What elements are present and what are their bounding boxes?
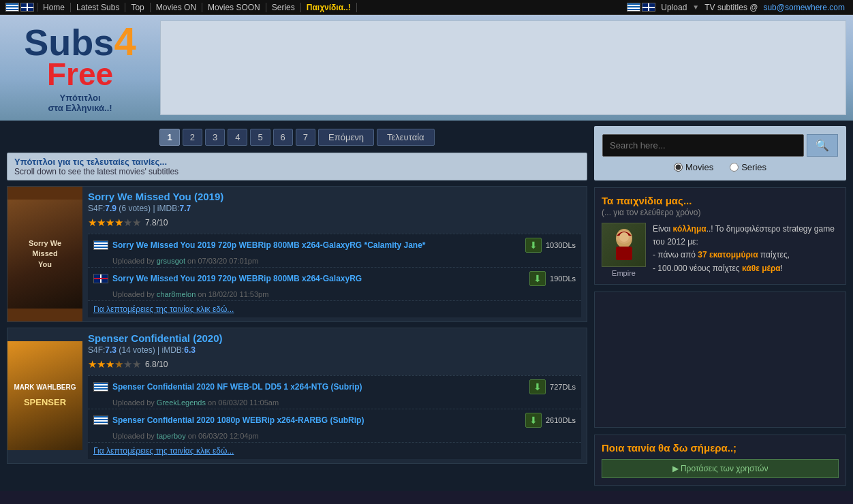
search-row: 🔍 — [602, 134, 838, 157]
movie-poster-spenser: MARK WAHLBERG SPENSER — [7, 328, 82, 463]
search-radio-row: Movies Series — [602, 162, 838, 172]
flag-gr-icon — [5, 3, 19, 12]
nav-series[interactable]: Series — [266, 3, 301, 12]
flag-gr-sorry-1-icon — [93, 240, 108, 250]
main-container: 1 2 3 4 5 6 7 Επόμενη Τελευταία Υπότιτλο… — [0, 121, 853, 491]
notice-title: Υπότιτλοι για τις τελευταίες ταινίες... — [14, 157, 580, 167]
radio-series[interactable] — [730, 163, 739, 172]
dl-count-sorry-1: 1030DLs — [546, 241, 576, 249]
nav-right: Upload ▼ TV subtitles @ sub@somewhere.co… — [627, 3, 850, 12]
flag-uk-sorry-2-icon — [93, 274, 108, 283]
radio-movies[interactable] — [674, 163, 683, 172]
download-btn-spenser-2[interactable]: ⬇ — [525, 413, 542, 428]
nav-top[interactable]: Top — [125, 3, 150, 12]
nav-email[interactable]: sub@somewhere.com — [763, 3, 845, 12]
nav-movies-on[interactable]: Movies ON — [151, 3, 202, 12]
content-area: 1 2 3 4 5 6 7 Επόμενη Τελευταία Υπότιτλο… — [7, 126, 587, 486]
games-title: Τα παιχνίδια μας... — [602, 195, 839, 206]
site-header: Subs4 Free Υπότιτλοιστα Ελληνικά..! — [0, 15, 853, 121]
stars-spenser: ★★★★★★ 6.8/10 — [88, 358, 168, 371]
flag-gr-spenser-1-icon — [93, 382, 108, 392]
last-page-btn[interactable]: Τελευταία — [377, 129, 435, 146]
games-avatar — [602, 223, 646, 267]
radio-series-label[interactable]: Series — [730, 162, 766, 172]
dl-count-spenser-2: 2610DLs — [546, 416, 576, 424]
nav-upload[interactable]: Upload — [661, 3, 687, 12]
flag-uk-icon — [20, 3, 34, 12]
logo-4: 4 — [114, 19, 136, 63]
sidebar: 🔍 Movies Series Τα παιχνίδια μας... (...… — [594, 126, 846, 486]
logo-tagline: Υπότιτλοιστα Ελληνικά..! — [48, 93, 112, 113]
page-4-btn[interactable]: 4 — [228, 129, 247, 146]
movie-info-spenser: Spenser Confidential (2020) S4F:7.3 (14 … — [82, 328, 587, 463]
movie-poster-sorry: Sorry WeMissedYou — [7, 187, 82, 321]
movie-suggest-title: Ποια ταινία θα δω σήμερα..; — [602, 442, 839, 454]
top-nav-flags-right — [627, 3, 655, 12]
movie-title-spenser[interactable]: Spenser Confidential (2020) — [88, 332, 223, 344]
flag-uk-right-icon — [642, 3, 655, 12]
rating-text-spenser: 6.8/10 — [145, 360, 168, 369]
nav-tv-subtitles[interactable]: TV subtitles @ — [704, 3, 758, 12]
movie-rating-spenser: S4F:7.3 (14 votes) | iMDB:6.3 — [88, 345, 581, 355]
uploader-sorry-1: Uploaded by grsusgot on 07/03/20 07:01pm — [88, 256, 581, 267]
logo-area: Subs4 Free Υπότιτλοιστα Ελληνικά..! — [7, 20, 153, 115]
subtitle-link-sorry-1[interactable]: Sorry We Missed You 2019 720p WEBRip 800… — [112, 240, 521, 250]
details-link-sorry[interactable]: Για λεπτομέρειες της ταινίας κλικ εδώ... — [88, 300, 581, 317]
subtitle-link-spenser-1[interactable]: Spenser Confidential 2020 NF WEB-DL DD5 … — [112, 382, 525, 392]
movie-info-sorry: Sorry We Missed You (2019) S4F:7.9 (6 vo… — [82, 187, 587, 321]
games-description: Είναι κόλλημα..! Το δημοφιλέστερο strate… — [653, 223, 839, 275]
search-box: 🔍 Movies Series — [594, 126, 846, 180]
logo-free: Free — [47, 57, 113, 92]
movie-rating-sorry: S4F:7.9 (6 votes) | iMDB:7.7 — [88, 204, 581, 213]
download-btn-sorry-2[interactable]: ⬇ — [529, 271, 546, 286]
subtitle-row-sorry-2: Sorry We Missed You 2019 720p WEBRip 800… — [88, 267, 581, 289]
logo: Subs4 Free — [24, 22, 136, 90]
page-6-btn[interactable]: 6 — [273, 129, 293, 146]
movie-suggest-box: Ποια ταινία θα δω σήμερα..; ▶ Προτάσεις … — [594, 435, 846, 486]
details-link-spenser[interactable]: Για λεπτομέρειες της ταινίας κλικ εδώ... — [88, 442, 581, 459]
nav-games[interactable]: Παιχνίδια..! — [301, 3, 357, 12]
pagination: 1 2 3 4 5 6 7 Επόμενη Τελευταία — [7, 129, 587, 146]
download-btn-spenser-1[interactable]: ⬇ — [529, 379, 546, 394]
flag-gr-right-icon — [627, 3, 640, 12]
subtitle-link-spenser-2[interactable]: Spenser Confidential 2020 1080p WEBRip x… — [112, 415, 521, 425]
stars-sorry: ★★★★★★ 7.8/10 — [88, 217, 168, 229]
search-button[interactable]: 🔍 — [807, 134, 838, 157]
radio-movies-label[interactable]: Movies — [674, 162, 713, 172]
games-subtitle: (... για τον ελεύθερο χρόνο) — [602, 208, 839, 217]
header-banner — [160, 20, 846, 115]
svg-point-3 — [619, 232, 629, 242]
suggest-button[interactable]: ▶ Προτάσεις των χρηστών — [602, 459, 839, 478]
search-input[interactable] — [602, 134, 804, 157]
upload-dropdown-icon: ▼ — [692, 3, 699, 11]
movie-title-sorry[interactable]: Sorry We Missed You (2019) — [88, 191, 223, 202]
nav-latest-subs[interactable]: Latest Subs — [71, 3, 125, 12]
notice-box: Υπότιτλοι για τις τελευταίες ταινίες... … — [7, 153, 587, 180]
uploader-sorry-2: Uploaded by char8melon on 18/02/20 11:53… — [88, 289, 581, 300]
download-btn-sorry-1[interactable]: ⬇ — [525, 238, 542, 253]
movie-entry-sorry: Sorry WeMissedYou Sorry We Missed You (2… — [7, 186, 587, 322]
nav-home[interactable]: Home — [37, 3, 71, 12]
flag-gr-spenser-2-icon — [93, 415, 108, 425]
games-box: Τα παιχνίδια μας... (... για τον ελεύθερ… — [594, 187, 846, 285]
movie-entry-spenser: MARK WAHLBERG SPENSER Spenser Confidenti… — [7, 328, 587, 464]
rating-text-sorry: 7.8/10 — [145, 218, 168, 227]
page-3-btn[interactable]: 3 — [205, 129, 225, 146]
next-page-btn[interactable]: Επόμενη — [318, 129, 374, 146]
dl-count-spenser-1: 727DLs — [550, 383, 576, 391]
top-nav: Home Latest Subs Top Movies ON Movies SO… — [0, 0, 853, 15]
page-2-btn[interactable]: 2 — [183, 129, 202, 146]
games-avatar-area: Empire — [602, 223, 646, 277]
page-1-btn[interactable]: 1 — [159, 129, 179, 146]
nav-movies-soon[interactable]: Movies SOON — [202, 3, 266, 12]
page-5-btn[interactable]: 5 — [250, 129, 270, 146]
subtitle-row-spenser-1: Spenser Confidential 2020 NF WEB-DL DD5 … — [88, 375, 581, 398]
games-name: Empire — [602, 269, 646, 277]
uploader-spenser-1: Uploaded by GreekLegends on 06/03/20 11:… — [88, 398, 581, 409]
uploader-spenser-2: Uploaded by taperboy on 06/03/20 12:04pm — [88, 431, 581, 442]
notice-subtitle: Scroll down to see the latest movies' su… — [14, 167, 580, 176]
subtitle-row-spenser-2: Spenser Confidential 2020 1080p WEBRip x… — [88, 409, 581, 431]
page-7-btn[interactable]: 7 — [296, 129, 315, 146]
subtitle-row-sorry-1: Sorry We Missed You 2019 720p WEBRip 800… — [88, 234, 581, 256]
subtitle-link-sorry-2[interactable]: Sorry We Missed You 2019 720p WEBRip 800… — [112, 274, 525, 283]
